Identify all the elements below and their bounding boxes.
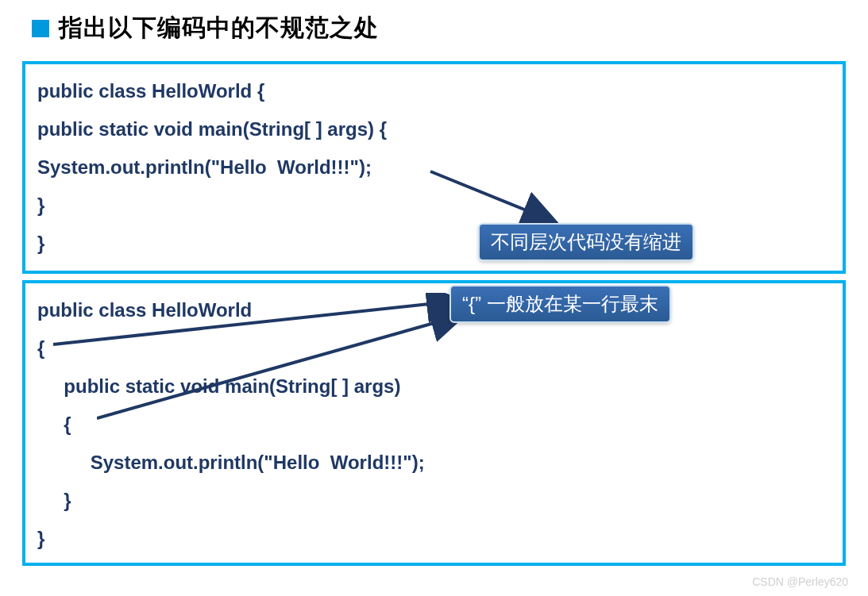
code-line: public class HelloWorld { xyxy=(37,72,831,110)
code-line: { xyxy=(37,406,831,444)
code-line: public class HelloWorld xyxy=(37,291,831,329)
code-line: public static void main(String[ ] args) … xyxy=(37,110,831,148)
annotation-callout-2: “{” 一般放在某一行最末 xyxy=(449,285,671,323)
annotation-callout-1: 不同层次代码没有缩进 xyxy=(478,223,694,261)
code-line: { xyxy=(37,329,831,367)
code-line: } xyxy=(37,482,831,520)
code-line: System.out.println("Hello World!!!"); xyxy=(37,444,831,482)
code-line: } xyxy=(37,225,831,263)
code-block-1: public class HelloWorld { public static … xyxy=(22,61,846,274)
bullet-icon xyxy=(32,20,49,37)
watermark: CSDN @Perley620 xyxy=(752,575,848,588)
code-line: System.out.println("Hello World!!!"); xyxy=(37,148,831,186)
slide-title: 指出以下编码中的不规范之处 xyxy=(59,12,379,44)
code-line: } xyxy=(37,520,831,558)
slide-header: 指出以下编码中的不规范之处 xyxy=(0,0,868,56)
code-line: public static void main(String[ ] args) xyxy=(37,367,831,406)
code-block-2: public class HelloWorld { public static … xyxy=(22,280,846,566)
code-line: } xyxy=(37,186,831,225)
